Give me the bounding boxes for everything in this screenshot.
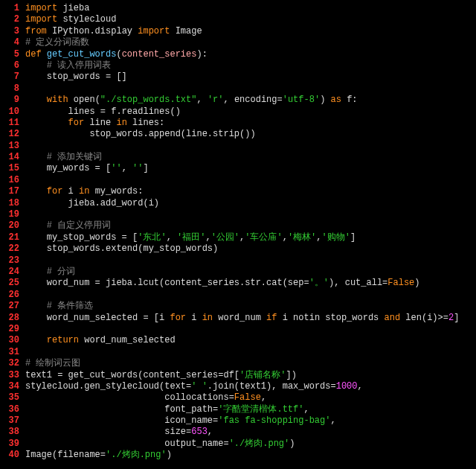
code-line[interactable]	[25, 324, 476, 335]
line-number: 21	[0, 232, 19, 243]
token-st: '东北'	[138, 232, 166, 243]
code-line[interactable]: for line in lines:	[25, 118, 476, 129]
token-st: 'fas fa-shopping-bag'	[218, 415, 330, 426]
code-line[interactable]: jieba.add_word(i)	[25, 198, 476, 209]
token-id: i	[62, 186, 79, 197]
token-st: ''	[132, 163, 143, 173]
code-line[interactable]: Image(filename='./烤肉.png')	[25, 450, 476, 461]
code-line[interactable]	[25, 347, 476, 358]
code-line[interactable]: with open("./stop_words.txt", 'r', encod…	[25, 95, 476, 106]
code-line[interactable]: # 分词	[25, 267, 476, 278]
code-line[interactable]: return word_num_selected	[25, 335, 476, 346]
code-line[interactable]	[25, 141, 476, 152]
token-st: '车公庙'	[245, 232, 282, 243]
code-line[interactable]: for i in my_words:	[25, 186, 476, 197]
token-id: word_num_selected	[79, 335, 176, 345]
token-kw: if	[266, 313, 277, 323]
token-id: ,	[283, 232, 288, 243]
code-line[interactable]	[25, 255, 476, 267]
code-line[interactable]: import stylecloud	[25, 14, 476, 25]
code-line[interactable]	[25, 290, 476, 301]
code-line[interactable]: icon_name='fas fa-shopping-bag',	[25, 415, 476, 427]
code-line[interactable]: # 定义分词函数	[25, 37, 476, 48]
token-kw: as	[331, 95, 341, 105]
code-line[interactable]: stop_words.append(line.strip())	[25, 129, 476, 140]
token-num: 1000	[336, 381, 358, 392]
token-kw: for	[170, 313, 186, 323]
token-st: ' '	[191, 381, 208, 392]
code-line[interactable]: my_stop_words = ['东北', '福田','公园','车公庙','…	[25, 232, 476, 243]
code-line[interactable]: stylecloud.gen_stylecloud(text=' '.join(…	[25, 381, 476, 392]
token-id: word_num_selected = [i	[25, 313, 170, 323]
token-id: f:	[341, 95, 358, 105]
code-area[interactable]: import jiebaimport stylecloudfrom IPytho…	[25, 3, 476, 462]
token-id	[25, 301, 47, 311]
token-st: '店铺名称'	[239, 370, 286, 380]
line-number: 36	[0, 404, 19, 415]
token-id: Image	[170, 26, 202, 36]
token-kw: import	[138, 26, 170, 36]
token-id: ]	[143, 163, 148, 173]
code-line[interactable]: # 添加关键词	[25, 152, 476, 163]
token-id: word_num	[213, 313, 266, 323]
token-id: ,	[167, 232, 177, 243]
token-st: './烤肉.png'	[229, 438, 290, 449]
code-line[interactable]	[25, 83, 476, 95]
token-id: )	[167, 450, 172, 460]
token-id: ,	[205, 232, 210, 243]
code-line[interactable]: stop_words = []	[25, 71, 476, 83]
token-id	[25, 60, 47, 71]
code-line[interactable]: from IPython.display import Image	[25, 26, 476, 37]
token-cm: # 添加关键词	[47, 152, 102, 162]
token-id: jieba.add_word(i)	[25, 198, 159, 208]
token-kw: def	[25, 49, 42, 60]
line-number: 28	[0, 313, 19, 324]
code-line[interactable]	[25, 175, 476, 186]
code-line[interactable]: collocations=False,	[25, 392, 476, 403]
line-number: 32	[0, 358, 19, 369]
line-number: 2	[0, 14, 19, 25]
line-number: 34	[0, 381, 19, 392]
code-line[interactable]: # 自定义停用词	[25, 220, 476, 232]
token-id: ,	[196, 95, 207, 105]
code-line[interactable]: font_path='字酷堂清楷体.ttf',	[25, 404, 476, 415]
code-line[interactable]: def get_cut_words(content_series):	[25, 49, 476, 60]
line-number: 3	[0, 26, 19, 37]
token-num: 653	[191, 427, 208, 437]
token-cm: # 分词	[47, 267, 75, 277]
code-line[interactable]: # 条件筛选	[25, 301, 476, 312]
code-line[interactable]: output_name='./烤肉.png')	[25, 438, 476, 450]
code-editor[interactable]: 1234567891011121314151617181920212223242…	[0, 0, 476, 462]
token-id	[25, 186, 47, 197]
code-line[interactable]	[25, 209, 476, 220]
line-number: 25	[0, 278, 19, 289]
code-line[interactable]: my_words = ['', '']	[25, 163, 476, 174]
token-id: open(	[68, 95, 100, 105]
token-st: '福田'	[177, 232, 205, 243]
token-id: len(i)>=	[400, 313, 448, 323]
token-id: lines:	[127, 118, 164, 128]
line-number: 24	[0, 267, 19, 278]
code-line[interactable]: size=653,	[25, 427, 476, 438]
code-line[interactable]: word_num_selected = [i for i in word_num…	[25, 313, 476, 324]
token-id: stop_words.extend(my_stop_words)	[25, 243, 218, 254]
code-line[interactable]: # 读入停用词表	[25, 60, 476, 71]
token-cm: # 读入停用词表	[47, 60, 111, 71]
token-cm: # 自定义停用词	[47, 220, 111, 231]
code-line[interactable]: import jieba	[25, 3, 476, 14]
token-id: )	[289, 438, 295, 449]
line-number: 13	[0, 141, 19, 152]
code-line[interactable]: lines = f.readlines()	[25, 106, 476, 118]
code-line[interactable]: # 绘制词云图	[25, 358, 476, 369]
code-line[interactable]: stop_words.extend(my_stop_words)	[25, 243, 476, 255]
line-number: 33	[0, 370, 19, 381]
token-id: stylecloud.gen_stylecloud(text=	[25, 381, 191, 392]
line-number: 10	[0, 106, 19, 118]
token-id: word_num = jieba.lcut(content_series.str…	[25, 278, 309, 288]
token-id: line	[84, 118, 116, 128]
token-id: ,	[330, 415, 335, 426]
code-line[interactable]: word_num = jieba.lcut(content_series.str…	[25, 278, 476, 289]
code-line[interactable]: text1 = get_cut_words(content_series=df[…	[25, 370, 476, 381]
token-id	[25, 152, 47, 162]
token-id: jieba	[57, 3, 89, 13]
